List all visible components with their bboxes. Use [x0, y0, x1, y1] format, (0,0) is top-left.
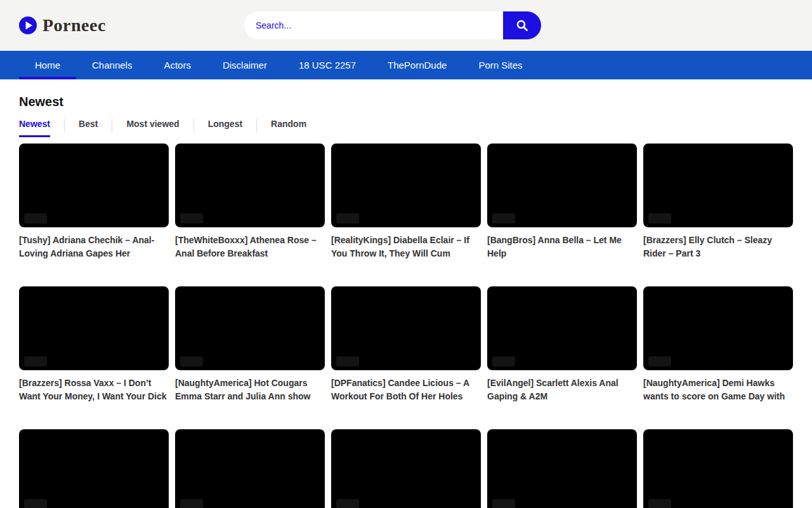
duration-badge: [180, 499, 203, 508]
video-thumbnail[interactable]: [19, 429, 169, 508]
video-card[interactable]: [Brazzers] Rossa Vaxx – I Don’t Want You…: [19, 286, 169, 403]
video-card[interactable]: [RealityKings] Diabella Eclair – If You …: [331, 144, 481, 260]
nav-item-actors[interactable]: Actors: [148, 51, 207, 79]
video-title[interactable]: [NaughtyAmerica] Demi Hawks wants to sco…: [643, 377, 793, 403]
video-thumbnail[interactable]: [175, 286, 325, 370]
video-card[interactable]: [175, 429, 325, 508]
video-title[interactable]: [BangBros] Anna Bella – Let Me Help: [487, 234, 637, 260]
duration-badge: [492, 213, 515, 224]
nav-item-disclaimer[interactable]: Disclaimer: [207, 51, 283, 79]
video-thumbnail[interactable]: [487, 144, 637, 227]
video-card[interactable]: [Tushy] Adriana Chechik – Anal-Loving Ad…: [19, 144, 169, 260]
play-icon: [19, 17, 37, 34]
search-icon: [515, 18, 529, 32]
duration-badge: [24, 356, 47, 366]
video-card[interactable]: [NaughtyAmerica] Hot Cougars Emma Starr …: [175, 286, 325, 403]
duration-badge: [648, 213, 671, 224]
tab-divider: [112, 119, 112, 133]
sort-tabs: Newest Best Most viewed Longest Random: [19, 119, 793, 137]
nav-item-porn-sites[interactable]: Porn Sites: [462, 51, 538, 79]
logo-text: Porneec: [43, 15, 106, 36]
video-card[interactable]: [DPFanatics] Candee Licious – A Workout …: [331, 286, 481, 403]
video-card[interactable]: [NaughtyAmerica] Demi Hawks wants to sco…: [643, 286, 793, 403]
tab-divider: [193, 119, 194, 133]
search-input[interactable]: [244, 11, 503, 39]
duration-badge: [336, 356, 359, 366]
nav-item-home[interactable]: Home: [19, 51, 76, 79]
duration-badge: [492, 356, 515, 366]
duration-badge: [648, 499, 671, 508]
video-thumbnail[interactable]: [643, 144, 793, 227]
duration-badge: [336, 213, 359, 224]
page-title: Newest: [19, 93, 793, 110]
video-title[interactable]: [NaughtyAmerica] Hot Cougars Emma Starr …: [175, 377, 325, 403]
video-thumbnail[interactable]: [331, 429, 481, 508]
main-nav: Home Channels Actors Disclaimer 18 USC 2…: [0, 51, 812, 79]
video-title[interactable]: [Tushy] Adriana Chechik – Anal-Loving Ad…: [19, 234, 169, 260]
duration-badge: [648, 356, 671, 366]
tab-longest[interactable]: Longest: [208, 119, 242, 137]
video-card[interactable]: [TheWhiteBoxxx] Athenea Rose – Anal Befo…: [175, 144, 325, 260]
nav-item-18-usc-2257[interactable]: 18 USC 2257: [283, 51, 372, 79]
video-title[interactable]: [Brazzers] Elly Clutch – Sleazy Rider – …: [643, 234, 793, 260]
duration-badge: [24, 213, 47, 224]
tab-most-viewed[interactable]: Most viewed: [126, 119, 179, 137]
main-content: Newest Newest Best Most viewed Longest R…: [0, 79, 812, 508]
video-thumbnail[interactable]: [643, 429, 793, 508]
video-thumbnail[interactable]: [19, 144, 169, 227]
video-card[interactable]: [19, 429, 169, 508]
tab-random[interactable]: Random: [271, 119, 306, 137]
video-title[interactable]: [RealityKings] Diabella Eclair – If You …: [331, 234, 481, 260]
video-card[interactable]: [Brazzers] Elly Clutch – Sleazy Rider – …: [643, 144, 793, 260]
duration-badge: [24, 499, 47, 508]
tab-divider: [256, 119, 257, 133]
video-thumbnail[interactable]: [175, 144, 325, 227]
duration-badge: [180, 213, 203, 224]
tab-best[interactable]: Best: [79, 119, 98, 137]
video-thumbnail[interactable]: [331, 286, 481, 370]
video-card[interactable]: [EvilAngel] Scarlett Alexis Anal Gaping …: [487, 286, 637, 403]
video-card[interactable]: [331, 429, 481, 508]
nav-item-theporndude[interactable]: ThePornDude: [372, 51, 462, 79]
video-grid: [Tushy] Adriana Chechik – Anal-Loving Ad…: [19, 144, 793, 508]
tab-newest[interactable]: Newest: [19, 119, 50, 137]
video-thumbnail[interactable]: [19, 286, 169, 370]
video-title[interactable]: [Brazzers] Rossa Vaxx – I Don’t Want You…: [19, 377, 169, 403]
video-title[interactable]: [DPFanatics] Candee Licious – A Workout …: [331, 377, 481, 403]
video-card[interactable]: [643, 429, 793, 508]
tab-divider: [64, 119, 65, 133]
video-card[interactable]: [487, 429, 637, 508]
nav-item-channels[interactable]: Channels: [76, 51, 148, 79]
site-header: Porneec: [0, 0, 812, 51]
search-button[interactable]: [503, 11, 541, 39]
video-thumbnail[interactable]: [175, 429, 325, 508]
duration-badge: [336, 499, 359, 508]
video-thumbnail[interactable]: [487, 286, 637, 370]
video-thumbnail[interactable]: [487, 429, 637, 508]
duration-badge: [180, 356, 203, 366]
video-title[interactable]: [EvilAngel] Scarlett Alexis Anal Gaping …: [487, 377, 637, 403]
duration-badge: [492, 499, 515, 508]
video-title[interactable]: [TheWhiteBoxxx] Athenea Rose – Anal Befo…: [175, 234, 325, 260]
video-card[interactable]: [BangBros] Anna Bella – Let Me Help: [487, 144, 637, 260]
video-thumbnail[interactable]: [331, 144, 481, 227]
site-logo[interactable]: Porneec: [19, 15, 106, 36]
search-form: [244, 11, 541, 39]
video-thumbnail[interactable]: [643, 286, 793, 370]
